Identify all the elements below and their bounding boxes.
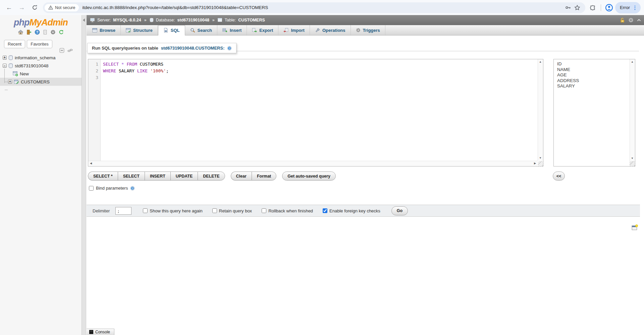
tree-item-customers[interactable]: + CUSTOMERS xyxy=(0,78,82,86)
update-button[interactable]: UPDATE xyxy=(170,172,198,181)
reload-icon[interactable] xyxy=(29,2,40,13)
columns-resize-handle[interactable] xyxy=(630,161,635,166)
columns-vscrollbar[interactable]: ▲ ▼ xyxy=(630,59,635,166)
tree-item-label[interactable]: information_schema xyxy=(15,55,56,60)
editor-vscrollbar[interactable]: ▲ ▼ xyxy=(538,59,543,161)
help-icon[interactable]: ? xyxy=(130,186,135,191)
back-icon[interactable]: ← xyxy=(3,2,15,13)
help-icon[interactable]: ? xyxy=(227,46,232,51)
collapse-sidebar-icon[interactable] xyxy=(83,18,85,22)
format-button[interactable]: Format xyxy=(252,172,276,181)
tab-sql[interactable]: SQL xyxy=(158,25,185,36)
tree-item-database[interactable]: - std67319010048 xyxy=(0,62,82,70)
tree-item-new-table[interactable]: New xyxy=(0,70,82,78)
clear-button[interactable]: Clear xyxy=(231,172,252,181)
query-options-bar: Delimiter Show this query here again Ret… xyxy=(87,205,640,217)
sidebar-resizer[interactable] xyxy=(82,15,86,335)
profile-avatar-icon[interactable] xyxy=(604,3,614,12)
rollback-checkbox[interactable] xyxy=(262,208,266,213)
page-settings-icon[interactable] xyxy=(632,224,638,231)
rollback-option[interactable]: Rollback when finished xyxy=(262,208,313,213)
kebab-menu-icon[interactable]: ⋮ xyxy=(631,5,639,11)
scroll-up-icon[interactable]: ▲ xyxy=(538,59,543,65)
home-icon[interactable] xyxy=(18,29,23,35)
tab-browse[interactable]: Browse xyxy=(87,25,121,35)
delimiter-input[interactable] xyxy=(115,207,131,215)
forward-icon[interactable]: → xyxy=(16,2,28,13)
get-autosaved-query-button[interactable]: Get auto-saved query xyxy=(282,172,336,181)
code-line[interactable] xyxy=(103,74,538,81)
column-item[interactable]: SALARY xyxy=(557,83,629,89)
scroll-up-icon[interactable]: ▲ xyxy=(630,59,635,65)
console-bar[interactable]: Console xyxy=(87,329,114,335)
unsecured-lock-icon[interactable] xyxy=(620,17,625,23)
foreign-key-checks-option[interactable]: Enable foreign key checks xyxy=(323,208,380,213)
select-star-button[interactable]: SELECT * xyxy=(88,172,118,181)
breadcrumb-separator: » xyxy=(144,18,147,22)
column-item[interactable]: AGE xyxy=(557,72,629,78)
collapse-topbar-icon[interactable] xyxy=(637,18,641,22)
help-icon[interactable]: ? xyxy=(35,29,40,35)
settings-gear-icon[interactable] xyxy=(50,29,56,35)
tree-item-label[interactable]: New xyxy=(20,71,29,76)
expand-icon[interactable]: + xyxy=(3,56,7,60)
tree-item-information-schema[interactable]: + information_schema xyxy=(0,54,82,62)
phpmyadmin-logo[interactable]: phpMyAdmin xyxy=(0,17,82,28)
go-button[interactable]: Go xyxy=(391,206,408,215)
bookmark-star-icon[interactable] xyxy=(573,3,582,12)
logout-door-icon[interactable] xyxy=(26,29,32,35)
code-line[interactable]: SELECT * FROM CUSTOMERS xyxy=(103,61,538,68)
show-query-again-checkbox[interactable] xyxy=(143,208,148,213)
table-link[interactable]: CUSTOMERS xyxy=(238,18,265,22)
legend-table-link[interactable]: std67319010048.CUSTOMERS: xyxy=(161,46,225,51)
tab-import[interactable]: Import xyxy=(278,25,310,35)
address-bar[interactable]: Not secure itdev.cmtc.ac.th:8888/index.p… xyxy=(43,2,585,13)
column-item[interactable]: ADDRESS xyxy=(557,78,629,84)
editor-hscrollbar[interactable]: ◀ ▶ xyxy=(88,161,538,166)
recent-button[interactable]: Recent xyxy=(4,40,25,48)
select-button[interactable]: SELECT xyxy=(118,172,145,181)
foreign-key-checks-checkbox[interactable] xyxy=(323,208,327,213)
tree-item-label[interactable]: CUSTOMERS xyxy=(21,79,50,84)
retain-query-box-option[interactable]: Retain query box xyxy=(212,208,252,213)
extensions-puzzle-icon[interactable] xyxy=(588,3,597,12)
scroll-left-icon[interactable]: ◀ xyxy=(88,161,94,166)
tab-search[interactable]: Search xyxy=(185,25,217,35)
collapse-columns-button[interactable]: << xyxy=(553,172,565,181)
url-text[interactable]: itdev.cmtc.ac.th:8888/index.php?route=/t… xyxy=(82,5,563,10)
database-link[interactable]: std67319010048 xyxy=(177,18,209,22)
tree-item-label[interactable]: std67319010048 xyxy=(15,63,49,68)
collapse-icon[interactable]: - xyxy=(3,64,7,68)
tab-export[interactable]: Export xyxy=(247,25,278,35)
bind-parameters-label[interactable]: Bind parameters xyxy=(96,186,128,191)
column-item[interactable]: ID xyxy=(557,61,629,67)
editor-code[interactable]: SELECT * FROM CUSTOMERSWHERE SALARY LIKE… xyxy=(101,59,538,161)
column-item[interactable]: NAME xyxy=(557,67,629,73)
security-chip[interactable]: Not secure xyxy=(45,4,79,11)
tab-structure[interactable]: Structure xyxy=(121,25,158,35)
sql-editor[interactable]: 123 SELECT * FROM CUSTOMERSWHERE SALARY … xyxy=(88,59,543,166)
line-number: 1 xyxy=(88,61,98,68)
favorites-button[interactable]: Favorites xyxy=(27,40,52,48)
scroll-down-icon[interactable]: ▼ xyxy=(630,156,635,161)
code-line[interactable]: WHERE SALARY LIKE '100%'; xyxy=(103,68,538,74)
refresh-icon[interactable] xyxy=(58,29,64,35)
link-with-main-icon[interactable] xyxy=(67,48,73,53)
profile-menu-button[interactable]: Error ⋮ xyxy=(615,2,641,13)
passwords-key-icon[interactable] xyxy=(563,3,573,12)
scroll-right-icon[interactable]: ▶ xyxy=(532,161,538,166)
editor-resize-handle[interactable] xyxy=(538,161,543,166)
tab-insert[interactable]: Insert xyxy=(217,25,247,35)
insert-button[interactable]: INSERT xyxy=(145,172,170,181)
bind-parameters-checkbox[interactable] xyxy=(89,186,94,191)
docs-icon[interactable] xyxy=(43,29,48,35)
show-query-again-option[interactable]: Show this query here again xyxy=(143,208,203,213)
tab-triggers[interactable]: Triggers xyxy=(351,25,385,35)
delete-button[interactable]: DELETE xyxy=(198,172,225,181)
tab-operations[interactable]: Operations xyxy=(310,25,351,35)
scroll-down-icon[interactable]: ▼ xyxy=(538,155,543,161)
retain-query-box-checkbox[interactable] xyxy=(212,208,217,213)
collapse-all-icon[interactable] xyxy=(59,48,64,53)
page-settings-gear-icon[interactable] xyxy=(628,17,634,23)
server-link[interactable]: MYSQL-8.0.24 xyxy=(113,18,141,22)
